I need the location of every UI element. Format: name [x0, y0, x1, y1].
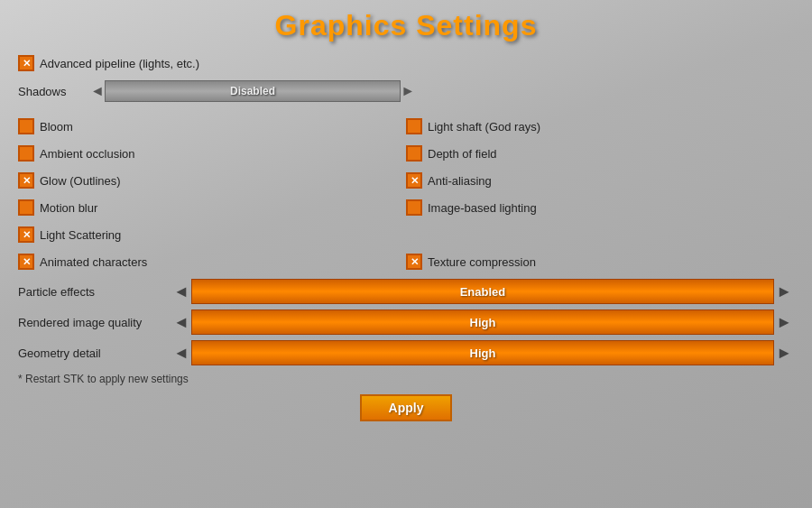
geometry-detail-track: High — [191, 340, 774, 365]
depth-of-field-checkbox[interactable]: ✕ — [406, 145, 422, 162]
restart-note: * Restart STK to apply new settings — [18, 373, 794, 385]
motion-blur-checkbox[interactable]: ✕ — [18, 199, 34, 216]
ambient-occlusion-checkbox[interactable]: ✕ — [18, 145, 34, 162]
light-shaft-row: ✕ Light shaft (God rays) — [406, 113, 794, 140]
right-checkboxes: ✕ Light shaft (God rays) ✕ Depth of fiel… — [406, 113, 794, 248]
placeholder-row — [406, 221, 794, 232]
glow-row: ✕ Glow (Outlines) — [18, 167, 406, 194]
light-shaft-checkbox[interactable]: ✕ — [406, 118, 422, 134]
texture-compression-checkbox[interactable]: ✕ — [406, 254, 422, 270]
animated-characters-checkbox[interactable]: ✕ — [18, 254, 34, 270]
light-scattering-row: ✕ Light Scattering — [18, 221, 406, 248]
geometry-detail-arrow-right[interactable]: ► — [774, 340, 794, 365]
shadows-arrow-left[interactable]: ◄ — [90, 83, 105, 99]
glow-label: Glow (Outlines) — [40, 174, 121, 188]
anti-aliasing-checkbox[interactable]: ✕ — [406, 172, 422, 189]
rendered-image-quality-label: Rendered image quality — [18, 316, 162, 329]
particle-effects-arrow-left[interactable]: ◄ — [171, 279, 191, 304]
advanced-pipeline-label: Advanced pipeline (lights, etc.) — [40, 57, 199, 70]
image-based-lighting-row: ✕ Image-based lighting — [406, 194, 794, 221]
geometry-detail-slider[interactable]: ◄ High ► — [171, 340, 794, 365]
shadows-slider[interactable]: ◄ Disabled ► — [90, 80, 415, 102]
shadows-value: Disabled — [230, 85, 275, 97]
geometry-detail-row: Geometry detail ◄ High ► — [18, 340, 794, 365]
page-title: Graphics Settings — [18, 9, 794, 42]
apply-button-row: Apply — [18, 394, 794, 421]
left-checkboxes: ✕ Bloom ✕ Ambient occlusion ✕ Glow (Outl… — [18, 113, 406, 248]
geometry-detail-value: High — [470, 346, 496, 360]
rendered-image-quality-row: Rendered image quality ◄ High ► — [18, 309, 794, 335]
rendered-image-quality-value: High — [470, 316, 496, 329]
light-shaft-label: Light shaft (God rays) — [428, 120, 540, 134]
advanced-pipeline-row: ✕ Advanced pipeline (lights, etc.) — [18, 55, 794, 71]
rendered-image-quality-track: High — [191, 309, 774, 335]
animated-characters-label: Animated characters — [40, 255, 147, 269]
animated-characters-row: ✕ Animated characters — [18, 254, 406, 270]
ambient-occlusion-row: ✕ Ambient occlusion — [18, 140, 406, 167]
light-scattering-checkbox[interactable]: ✕ — [18, 226, 34, 243]
shadows-arrow-right[interactable]: ► — [401, 83, 415, 99]
particle-effects-label: Particle effects — [18, 285, 162, 299]
shadows-row: Shadows ◄ Disabled ► — [18, 80, 794, 102]
bottom-checkboxes: ✕ Animated characters ✕ Texture compress… — [18, 254, 794, 270]
bloom-label: Bloom — [40, 120, 73, 134]
ambient-occlusion-label: Ambient occlusion — [40, 147, 135, 161]
particle-effects-track: Enabled — [191, 279, 774, 304]
particle-effects-slider[interactable]: ◄ Enabled ► — [171, 279, 794, 304]
depth-of-field-label: Depth of field — [428, 147, 497, 161]
particle-effects-value: Enabled — [460, 285, 506, 299]
shadows-track: Disabled — [105, 80, 401, 102]
particle-effects-row: Particle effects ◄ Enabled ► — [18, 279, 794, 304]
glow-checkbox[interactable]: ✕ — [18, 172, 34, 189]
geometry-detail-arrow-left[interactable]: ◄ — [171, 340, 191, 365]
motion-blur-label: Motion blur — [40, 201, 97, 215]
anti-aliasing-label: Anti-aliasing — [428, 174, 492, 188]
depth-of-field-row: ✕ Depth of field — [406, 140, 794, 167]
motion-blur-row: ✕ Motion blur — [18, 194, 406, 221]
apply-button[interactable]: Apply — [360, 394, 453, 421]
geometry-detail-label: Geometry detail — [18, 346, 162, 360]
light-scattering-label: Light Scattering — [40, 228, 121, 242]
anti-aliasing-row: ✕ Anti-aliasing — [406, 167, 794, 194]
rendered-image-quality-arrow-left[interactable]: ◄ — [171, 309, 191, 335]
advanced-pipeline-checkbox[interactable]: ✕ — [18, 55, 34, 71]
texture-compression-row: ✕ Texture compression — [406, 254, 794, 270]
texture-compression-label: Texture compression — [428, 255, 536, 269]
image-based-lighting-checkbox[interactable]: ✕ — [406, 199, 422, 216]
bloom-checkbox[interactable]: ✕ — [18, 118, 34, 134]
checkboxes-grid: ✕ Bloom ✕ Ambient occlusion ✕ Glow (Outl… — [18, 113, 794, 248]
image-based-lighting-label: Image-based lighting — [428, 201, 537, 215]
rendered-image-quality-arrow-right[interactable]: ► — [774, 309, 794, 335]
rendered-image-quality-slider[interactable]: ◄ High ► — [171, 309, 794, 335]
shadows-label: Shadows — [18, 85, 81, 98]
bloom-row: ✕ Bloom — [18, 113, 406, 140]
particle-effects-arrow-right[interactable]: ► — [774, 279, 794, 304]
